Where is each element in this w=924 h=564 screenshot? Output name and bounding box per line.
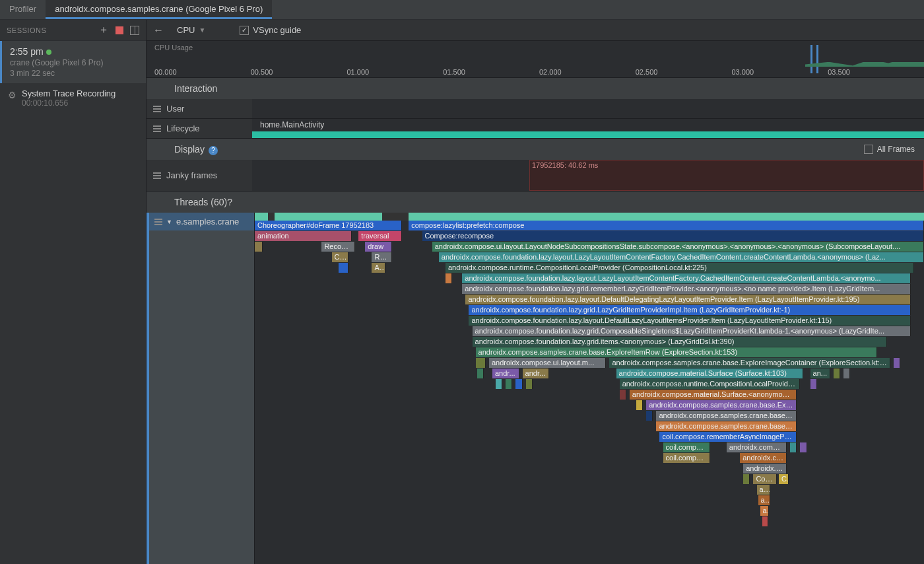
flame-span[interactable]: androidx.compose.samples.crane.base.Expl… — [656, 421, 797, 431]
hamburger-icon — [154, 219, 162, 225]
flame-span[interactable] — [506, 379, 512, 389]
janky-row-label[interactable]: Janky frames — [147, 160, 252, 191]
flame-span[interactable] — [515, 379, 522, 389]
flame-span[interactable] — [843, 369, 850, 378]
back-icon[interactable]: ← — [153, 24, 164, 36]
time-ticks: 00.00000.50001.00001.50002.00002.50003.0… — [154, 68, 924, 76]
flame-span[interactable]: compose:lazylist:prefetch:compose — [409, 221, 924, 230]
flame-span[interactable] — [476, 358, 486, 368]
flame-span[interactable] — [636, 400, 643, 410]
flame-span[interactable] — [339, 263, 348, 273]
flame-span[interactable]: Com... — [753, 474, 776, 484]
flame-span[interactable]: androidx.compose.foundation.lazy.layout.… — [469, 316, 910, 326]
cpu-usage-label: CPU Usage — [154, 44, 193, 52]
chevron-down-icon: ▼ — [166, 219, 172, 225]
flame-span[interactable] — [810, 379, 817, 389]
add-session-icon[interactable]: ＋ — [98, 23, 109, 37]
recording-item[interactable]: ⚙ System Trace Recording 00:00:10.656 — [0, 83, 146, 113]
flame-span[interactable]: andr... — [492, 369, 519, 378]
flame-span[interactable] — [477, 369, 484, 378]
flame-span[interactable] — [255, 242, 263, 252]
flame-span[interactable]: Co... — [332, 252, 348, 262]
flame-span[interactable]: androidx.compose.foundation.lazy.layout.… — [462, 273, 910, 283]
flame-span[interactable] — [446, 273, 452, 283]
flame-span[interactable] — [894, 358, 900, 368]
flame-span[interactable]: andr... — [523, 369, 550, 378]
recording-time: 00:00:10.656 — [22, 98, 116, 108]
flame-chart[interactable]: Choreographer#doFrame 17952183 compose:l… — [255, 213, 924, 564]
flame-span[interactable]: androidx.compose.ui.layout.m... — [489, 358, 606, 368]
flame-span[interactable] — [526, 379, 533, 389]
flame-span[interactable]: draw — [365, 242, 392, 252]
flame-span[interactable] — [790, 442, 797, 452]
profiler-type-dropdown[interactable]: CPU▼ — [172, 23, 211, 37]
flame-span[interactable]: androidx.compose.runtime.CompositionLoca… — [620, 379, 801, 389]
flame-span[interactable]: androidx.compose.samples.crane.base.Expl… — [609, 358, 890, 368]
flame-span[interactable]: traversal — [358, 231, 402, 241]
chevron-down-icon: ▼ — [199, 26, 205, 34]
display-header[interactable]: Display? All Frames — [147, 139, 924, 160]
all-frames-checkbox[interactable]: All Frames — [864, 145, 915, 154]
flame-span[interactable]: Rec... — [372, 252, 391, 262]
flame-span[interactable] — [743, 474, 750, 484]
top-tabs: Profiler androidx.compose.samples.crane … — [0, 0, 924, 20]
vsync-checkbox[interactable]: ✓VSync guide — [240, 25, 301, 35]
flame-span[interactable] — [800, 442, 807, 452]
flame-span[interactable]: androidx.compose.samples.crane.base.Expl… — [656, 411, 797, 421]
flame-span[interactable]: androidx.com... — [743, 464, 787, 474]
flame-span[interactable]: an... — [757, 485, 770, 495]
interaction-header[interactable]: Interaction — [147, 78, 924, 99]
recording-title: System Trace Recording — [22, 88, 116, 98]
flame-span[interactable] — [646, 411, 653, 421]
threads-header[interactable]: Threads (60)? — [147, 192, 924, 213]
flame-span[interactable]: androidx.compose.material.Surface (Surfa… — [616, 369, 804, 378]
stop-session-icon[interactable] — [116, 26, 123, 34]
thread-row-label[interactable]: ▼ e.samples.crane — [149, 213, 254, 230]
help-icon[interactable]: ? — [227, 197, 232, 207]
flame-span[interactable]: coil.compose.rememberAsyncImagePainter (… — [659, 432, 797, 442]
flame-span[interactable]: A... — [372, 263, 385, 273]
flame-span[interactable]: androidx.compose.material.Surface.<anony… — [630, 390, 797, 400]
lifecycle-row-label[interactable]: Lifecycle — [147, 119, 252, 138]
flame-span[interactable]: androidx.compose.u... — [727, 442, 787, 452]
session-tab[interactable]: androidx.compose.samples.crane (Google P… — [46, 0, 272, 19]
flame-span[interactable]: animation — [255, 231, 352, 241]
janky-frame-label: 17952185: 40.62 ms — [532, 161, 598, 169]
flame-span[interactable]: androidx.compose.samples.crane.base.Expl… — [646, 400, 797, 410]
flame-span[interactable]: androidx.compose.foundation.lazy.layout.… — [439, 252, 924, 262]
session-item[interactable]: 2:55 pm crane (Google Pixel 6 Pro) 3 min… — [0, 41, 146, 83]
cpu-usage-timeline[interactable]: CPU Usage 00.00000.50001.00001.50002.000… — [147, 41, 924, 78]
flame-span[interactable]: androidx.compose.samples.crane.base.Expl… — [476, 347, 877, 357]
flame-span[interactable]: a... — [760, 506, 769, 516]
flame-span[interactable]: androidx.compo... — [740, 453, 787, 463]
session-duration: 3 min 22 sec — [10, 69, 138, 78]
live-indicator-icon — [46, 50, 51, 55]
flame-span[interactable] — [496, 379, 502, 389]
flame-span[interactable]: androidx.compose.foundation.lazy.grid.re… — [462, 284, 910, 294]
lifecycle-bar[interactable] — [252, 131, 924, 138]
flame-span[interactable]: androidx.compose.ui.layout.LayoutNodeSub… — [432, 242, 924, 252]
user-row-label[interactable]: User — [147, 99, 252, 118]
flame-span[interactable]: coil.compose.r... — [663, 453, 710, 463]
flame-span[interactable]: androidx.compose.foundation.lazy.layout.… — [465, 295, 910, 304]
flame-span[interactable]: Compose:recompose — [422, 231, 925, 241]
main-panel: ← CPU▼ ✓VSync guide CPU Usage 00.00000.5… — [147, 20, 924, 564]
flame-span[interactable]: androidx.compose.foundation.lazy.grid.it… — [473, 337, 888, 347]
flame-span[interactable] — [762, 516, 768, 526]
hamburger-icon — [153, 106, 161, 112]
flame-span[interactable]: coil.compose.r... — [663, 442, 710, 452]
flame-span[interactable]: Recom... — [321, 242, 355, 252]
flame-span[interactable]: androidx.compose.runtime.CompositionLoca… — [446, 263, 914, 273]
flame-span[interactable]: C... — [779, 474, 789, 484]
layout-toggle-icon[interactable] — [130, 26, 139, 35]
flame-span[interactable]: androidx.compose.foundation.lazy.grid.Co… — [473, 326, 911, 336]
flame-span[interactable]: androidx.compose.foundation.lazy.grid.La… — [469, 305, 910, 315]
flame-span[interactable]: an... — [758, 495, 770, 505]
flame-span[interactable] — [620, 390, 626, 400]
sidebar: SESSIONS ＋ 2:55 pm crane (Google Pixel 6… — [0, 20, 147, 564]
profiler-tab[interactable]: Profiler — [0, 0, 46, 19]
help-icon[interactable]: ? — [209, 146, 218, 155]
flame-span[interactable]: an... — [810, 369, 830, 378]
flame-span[interactable]: Choreographer#doFrame 17952183 — [255, 221, 402, 230]
flame-span[interactable] — [834, 369, 840, 378]
